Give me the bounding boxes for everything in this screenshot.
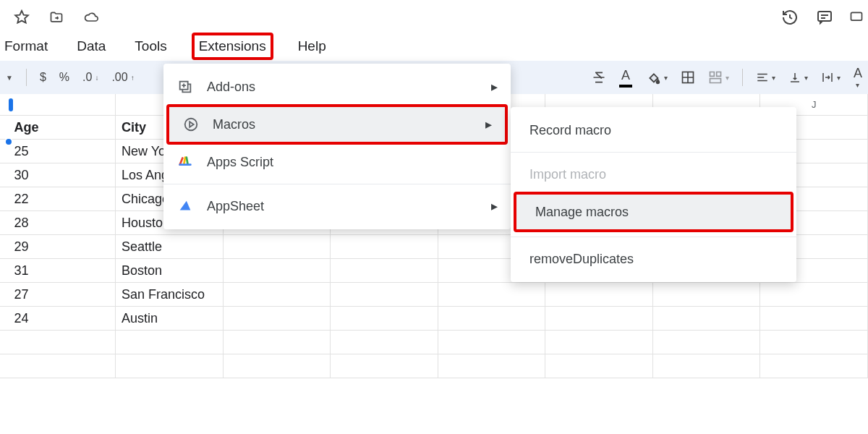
toolbar-separator: [26, 69, 27, 86]
cell-age[interactable]: 30: [8, 163, 116, 187]
cell[interactable]: [653, 354, 761, 378]
cell[interactable]: [438, 307, 546, 330]
cell[interactable]: [545, 283, 653, 306]
cell[interactable]: [545, 354, 653, 378]
increase-decimal-button[interactable]: .00↑: [111, 71, 134, 84]
submenu-arrow-icon: ▸: [485, 116, 492, 132]
toolbar-separator: [742, 69, 743, 86]
cell[interactable]: [224, 235, 331, 258]
submenu-arrow-icon: ▸: [491, 198, 498, 214]
cell-city[interactable]: Boston: [116, 259, 224, 282]
menu-divider: [511, 152, 796, 153]
menu-item-import-macro: Import macro: [511, 157, 796, 192]
cell[interactable]: [438, 283, 546, 306]
cell-age[interactable]: 27: [8, 283, 116, 306]
cell[interactable]: [331, 283, 438, 306]
menu-item-macros[interactable]: Macros ▸: [169, 107, 505, 142]
cell-city[interactable]: San Francisco: [116, 283, 224, 306]
menu-extensions[interactable]: Extensions: [192, 33, 273, 60]
menu-item-label: AppSheet: [207, 199, 264, 214]
cell-age[interactable]: 24: [8, 307, 116, 330]
wrap-button[interactable]: ▾: [821, 71, 841, 84]
addons-icon: [176, 79, 194, 95]
decrease-decimal-button[interactable]: .0↓: [82, 71, 98, 84]
extensions-menu: Add-ons ▸ Macros ▸ Apps Script AppSheet …: [163, 64, 511, 229]
cell[interactable]: [331, 307, 438, 330]
cell[interactable]: [116, 354, 224, 378]
cell[interactable]: [653, 283, 761, 306]
cell-age[interactable]: 22: [8, 187, 116, 210]
cell[interactable]: [760, 307, 868, 330]
move-to-folder-icon[interactable]: [46, 7, 67, 27]
menu-divider: [511, 237, 796, 237]
cell[interactable]: [653, 307, 761, 330]
apps-script-icon: [176, 154, 194, 170]
cell-city[interactable]: Seattle: [116, 235, 224, 258]
cell[interactable]: [116, 331, 224, 354]
svg-rect-1: [851, 12, 862, 20]
cell[interactable]: [760, 283, 868, 306]
macros-submenu: Record macro Import macro Manage macros …: [511, 107, 796, 282]
cell-age[interactable]: 28: [8, 211, 116, 234]
cell[interactable]: [224, 354, 331, 378]
percent-button[interactable]: %: [59, 71, 69, 84]
menu-format[interactable]: Format: [0, 35, 52, 57]
menu-item-appsheet[interactable]: AppSheet ▸: [163, 189, 511, 224]
menu-item-manage-macros[interactable]: Manage macros: [516, 195, 791, 229]
menu-item-apps-script[interactable]: Apps Script: [163, 145, 511, 179]
cell[interactable]: [331, 259, 438, 282]
menu-item-custom-macro[interactable]: removeDuplicates: [511, 242, 796, 276]
cell[interactable]: [545, 331, 653, 354]
menu-item-label: Record macro: [529, 123, 611, 138]
menu-data[interactable]: Data: [72, 35, 110, 57]
menu-item-record-macro[interactable]: Record macro: [511, 113, 796, 148]
menu-item-label: Add-ons: [207, 80, 255, 95]
cell-age[interactable]: 31: [8, 259, 116, 282]
cell[interactable]: [331, 331, 438, 354]
cell[interactable]: [438, 354, 546, 378]
cell[interactable]: [224, 331, 331, 354]
cell[interactable]: [545, 307, 653, 330]
currency-button[interactable]: $: [40, 71, 46, 84]
cell[interactable]: [438, 331, 546, 354]
cell[interactable]: [224, 259, 331, 282]
fill-color-button[interactable]: ▾: [645, 69, 668, 85]
history-icon[interactable]: [780, 7, 800, 27]
cell[interactable]: [760, 331, 868, 354]
appsheet-icon: [176, 198, 194, 214]
menu-divider: [163, 184, 511, 184]
menu-item-label: Apps Script: [207, 155, 273, 170]
star-icon[interactable]: [12, 7, 32, 27]
cell[interactable]: [331, 235, 438, 258]
cell[interactable]: [331, 354, 438, 378]
cell[interactable]: [224, 307, 331, 330]
menu-tools[interactable]: Tools: [130, 35, 171, 57]
comments-icon[interactable]: [814, 7, 835, 27]
header-cell-age[interactable]: Age: [8, 116, 116, 139]
merge-cells-button[interactable]: ▾: [708, 70, 729, 85]
text-color-button[interactable]: A: [619, 68, 632, 88]
align-button[interactable]: ▾: [756, 71, 775, 84]
col-header[interactable]: [9, 94, 116, 115]
menu-item-label: Manage macros: [535, 205, 629, 220]
borders-button[interactable]: [681, 70, 695, 85]
cell[interactable]: [653, 331, 761, 354]
more-formats-dropdown[interactable]: ▼: [6, 74, 13, 82]
valign-button[interactable]: ▾: [788, 71, 808, 84]
strikethrough-button[interactable]: [592, 70, 606, 85]
cell[interactable]: [224, 283, 331, 306]
menu-item-label: Macros: [213, 117, 255, 132]
rotation-button[interactable]: A ▾: [854, 66, 862, 89]
cell[interactable]: [760, 354, 868, 378]
svg-point-4: [185, 119, 197, 131]
cloud-status-icon[interactable]: [81, 7, 101, 27]
cell[interactable]: [8, 354, 116, 378]
present-icon[interactable]: [849, 7, 864, 27]
cell-age[interactable]: 25: [8, 140, 116, 163]
cell-city[interactable]: Austin: [116, 307, 224, 330]
menu-help[interactable]: Help: [294, 35, 331, 57]
menu-item-addons[interactable]: Add-ons ▸: [163, 69, 511, 104]
selection-handle[interactable]: [4, 137, 13, 146]
cell[interactable]: [8, 331, 116, 354]
cell-age[interactable]: 29: [8, 235, 116, 258]
